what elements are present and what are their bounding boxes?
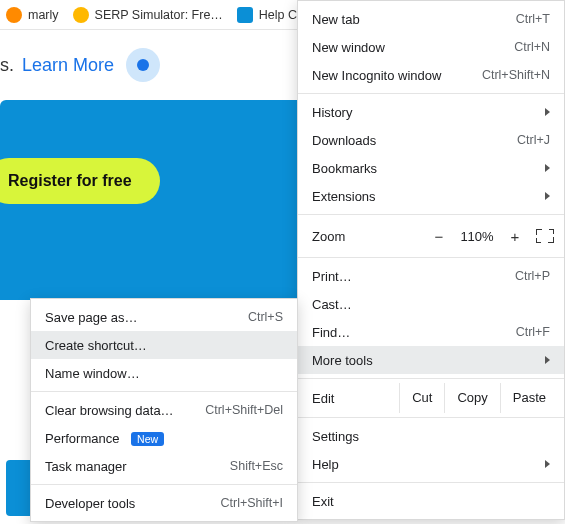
submenu-item-dev-tools[interactable]: Developer tools Ctrl+Shift+I bbox=[31, 489, 297, 517]
submenu-item-save-page[interactable]: Save page as… Ctrl+S bbox=[31, 303, 297, 331]
menu-label: Print… bbox=[312, 269, 505, 284]
menu-item-new-tab[interactable]: New tab Ctrl+T bbox=[298, 5, 564, 33]
bookmark-label: marly bbox=[28, 8, 59, 22]
menu-accel: Ctrl+F bbox=[516, 325, 550, 339]
cut-button[interactable]: Cut bbox=[399, 383, 444, 413]
submenu-item-clear-data[interactable]: Clear browsing data… Ctrl+Shift+Del bbox=[31, 396, 297, 424]
chevron-right-icon bbox=[545, 192, 550, 200]
menu-label: Exit bbox=[312, 494, 550, 509]
menu-separator bbox=[298, 482, 564, 483]
menu-accel: Ctrl+P bbox=[515, 269, 550, 283]
menu-item-edit: Edit Cut Copy Paste bbox=[298, 383, 564, 413]
menu-accel: Shift+Esc bbox=[230, 459, 283, 473]
menu-item-new-incognito[interactable]: New Incognito window Ctrl+Shift+N bbox=[298, 61, 564, 89]
bookmark-label: SERP Simulator: Fre… bbox=[95, 8, 223, 22]
menu-label: New window bbox=[312, 40, 504, 55]
menu-item-cast[interactable]: Cast… bbox=[298, 290, 564, 318]
menu-item-find[interactable]: Find… Ctrl+F bbox=[298, 318, 564, 346]
favicon-icon bbox=[73, 7, 89, 23]
chevron-right-icon bbox=[545, 356, 550, 364]
menu-item-downloads[interactable]: Downloads Ctrl+J bbox=[298, 126, 564, 154]
menu-label: Downloads bbox=[312, 133, 507, 148]
menu-item-help[interactable]: Help bbox=[298, 450, 564, 478]
zoom-value: 110% bbox=[454, 229, 500, 244]
submenu-item-task-manager[interactable]: Task manager Shift+Esc bbox=[31, 452, 297, 480]
submenu-item-performance[interactable]: Performance New bbox=[31, 424, 297, 452]
favicon-icon bbox=[237, 7, 253, 23]
menu-separator bbox=[298, 417, 564, 418]
menu-label: Settings bbox=[312, 429, 550, 444]
menu-label: Performance New bbox=[45, 431, 283, 446]
bookmark-item[interactable]: marly bbox=[6, 7, 59, 23]
menu-label: Help bbox=[312, 457, 537, 472]
menu-accel: Ctrl+J bbox=[517, 133, 550, 147]
menu-accel: Ctrl+S bbox=[248, 310, 283, 324]
register-button[interactable]: Register for free bbox=[0, 158, 160, 204]
menu-label: Developer tools bbox=[45, 496, 210, 511]
menu-separator bbox=[31, 391, 297, 392]
menu-label: Cast… bbox=[312, 297, 550, 312]
menu-label: Save page as… bbox=[45, 310, 238, 325]
chevron-right-icon bbox=[545, 460, 550, 468]
menu-accel: Ctrl+Shift+N bbox=[482, 68, 550, 82]
menu-label: Zoom bbox=[312, 229, 424, 244]
menu-label: History bbox=[312, 105, 537, 120]
menu-accel: Ctrl+Shift+I bbox=[220, 496, 283, 510]
paste-button[interactable]: Paste bbox=[500, 383, 558, 413]
menu-item-settings[interactable]: Settings bbox=[298, 422, 564, 450]
submenu-item-create-shortcut[interactable]: Create shortcut… bbox=[31, 331, 297, 359]
menu-accel: Ctrl+Shift+Del bbox=[205, 403, 283, 417]
menu-label: New tab bbox=[312, 12, 506, 27]
menu-separator bbox=[31, 484, 297, 485]
favicon-icon bbox=[6, 7, 22, 23]
chevron-right-icon bbox=[545, 164, 550, 172]
menu-item-new-window[interactable]: New window Ctrl+N bbox=[298, 33, 564, 61]
menu-separator bbox=[298, 214, 564, 215]
menu-accel: Ctrl+T bbox=[516, 12, 550, 26]
menu-label: Edit bbox=[312, 391, 399, 406]
chrome-main-menu: New tab Ctrl+T New window Ctrl+N New Inc… bbox=[297, 0, 565, 520]
menu-label: Extensions bbox=[312, 189, 537, 204]
menu-separator bbox=[298, 93, 564, 94]
pulse-indicator-icon bbox=[126, 48, 160, 82]
menu-item-bookmarks[interactable]: Bookmarks bbox=[298, 154, 564, 182]
bookmark-item[interactable]: SERP Simulator: Fre… bbox=[73, 7, 223, 23]
new-badge: New bbox=[131, 432, 164, 446]
copy-button[interactable]: Copy bbox=[444, 383, 499, 413]
menu-label: Name window… bbox=[45, 366, 283, 381]
learn-more-link[interactable]: Learn More bbox=[22, 55, 114, 76]
menu-label: More tools bbox=[312, 353, 537, 368]
menu-label: Task manager bbox=[45, 459, 220, 474]
zoom-out-button[interactable]: − bbox=[424, 228, 454, 245]
menu-item-extensions[interactable]: Extensions bbox=[298, 182, 564, 210]
hero-text-fragment: s. bbox=[0, 55, 14, 76]
menu-label: Clear browsing data… bbox=[45, 403, 195, 418]
menu-label: Bookmarks bbox=[312, 161, 537, 176]
menu-separator bbox=[298, 257, 564, 258]
menu-item-zoom: Zoom − 110% + bbox=[298, 219, 564, 253]
browser-viewport: marly SERP Simulator: Fre… Help Ce s. Le… bbox=[0, 0, 565, 524]
menu-item-history[interactable]: History bbox=[298, 98, 564, 126]
submenu-item-name-window[interactable]: Name window… bbox=[31, 359, 297, 387]
menu-label: New Incognito window bbox=[312, 68, 472, 83]
menu-item-exit[interactable]: Exit bbox=[298, 487, 564, 515]
menu-accel: Ctrl+N bbox=[514, 40, 550, 54]
bookmark-item[interactable]: Help Ce bbox=[237, 7, 304, 23]
more-tools-submenu: Save page as… Ctrl+S Create shortcut… Na… bbox=[30, 298, 298, 522]
zoom-in-button[interactable]: + bbox=[500, 228, 530, 245]
chevron-right-icon bbox=[545, 108, 550, 116]
fullscreen-icon[interactable] bbox=[536, 229, 554, 243]
menu-separator bbox=[298, 378, 564, 379]
menu-label: Find… bbox=[312, 325, 506, 340]
menu-label: Create shortcut… bbox=[45, 338, 283, 353]
menu-item-more-tools[interactable]: More tools bbox=[298, 346, 564, 374]
menu-item-print[interactable]: Print… Ctrl+P bbox=[298, 262, 564, 290]
